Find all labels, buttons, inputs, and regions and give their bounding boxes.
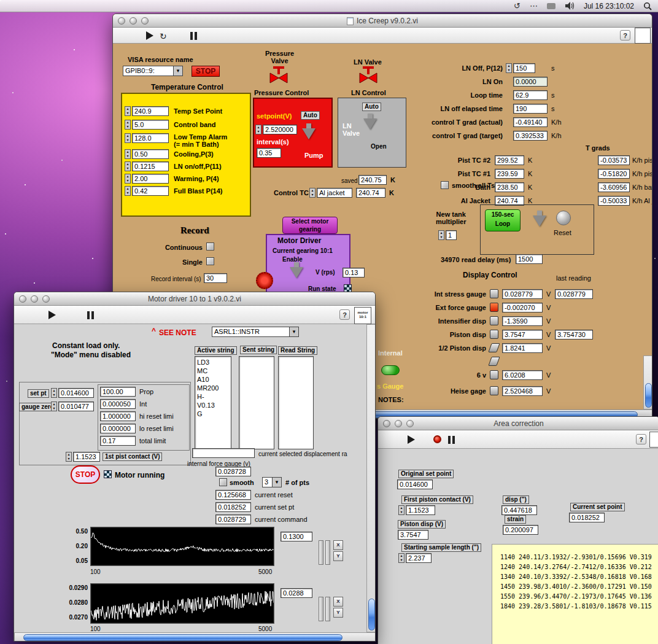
total-limit-field[interactable]: 0.17 <box>100 436 136 446</box>
contact-spinner[interactable]: ▴▾ <box>398 505 404 515</box>
gauge-zero-field[interactable]: 0.010477 <box>58 402 94 411</box>
temp-row-spinner[interactable]: ▴▾ <box>125 133 131 143</box>
setpoint-spinner[interactable]: ▴▾ <box>255 125 261 134</box>
display-toggle[interactable] <box>490 303 498 312</box>
more-icon[interactable]: ⋯ <box>530 0 538 12</box>
volume-icon[interactable] <box>565 2 575 10</box>
smooth-checkbox[interactable] <box>219 478 227 486</box>
help-button[interactable]: ? <box>620 30 630 41</box>
motor-driver-titlebar[interactable]: Motor driver 10 to 1 v9.0.2.vi <box>14 292 375 306</box>
contact-field[interactable]: 1.1523 <box>73 452 100 462</box>
run-button[interactable] <box>146 31 153 40</box>
low-temp-alarm-field[interactable]: 128.0 <box>132 133 169 143</box>
set-pt-field[interactable]: 0.014600 <box>58 388 94 398</box>
loop-knob[interactable] <box>533 215 546 227</box>
horizontal-scrollbar[interactable] <box>14 632 376 642</box>
num-pts-dropdown[interactable]: 3 <box>262 477 282 487</box>
display-toggle[interactable] <box>490 386 498 395</box>
record-button[interactable] <box>433 435 441 443</box>
ice-creep-titlebar[interactable]: Ice Creep v9.0.2.vi <box>113 14 652 28</box>
spotlight-icon[interactable] <box>643 2 652 10</box>
int-field[interactable]: 0.000050 <box>100 399 136 409</box>
display-toggle[interactable] <box>488 357 500 366</box>
read-delay-field[interactable]: 1500 <box>516 254 543 264</box>
ln-off-field[interactable]: 150 <box>513 63 535 73</box>
graph-scroll-bar[interactable] <box>325 597 330 621</box>
graph-scroll-bar[interactable] <box>319 597 323 621</box>
vertical-scrollbar[interactable] <box>366 324 376 632</box>
single-checkbox[interactable] <box>206 257 214 265</box>
stop-button[interactable]: STOP <box>192 66 220 77</box>
scrollbar-thumb[interactable] <box>23 634 343 641</box>
reset-button[interactable] <box>556 211 571 225</box>
warming-field[interactable]: 2.00 <box>132 174 169 184</box>
pause-button[interactable] <box>190 32 197 40</box>
lo-reset-field[interactable]: 0.000000 <box>100 424 136 433</box>
internal-gauge-button[interactable] <box>381 365 400 375</box>
display-toggle[interactable] <box>490 316 498 325</box>
run-button[interactable] <box>408 435 415 444</box>
pressure-auto-chip[interactable]: Auto <box>301 111 320 120</box>
first-piston-contact-field[interactable]: 1.1523 <box>406 505 435 515</box>
vertical-scrollbar[interactable] <box>643 355 652 409</box>
record-interval-field[interactable]: 30 <box>204 273 227 283</box>
control-tc-spinner[interactable]: ▴▾ <box>309 188 315 198</box>
x-scale-button[interactable]: X <box>333 597 343 607</box>
y-scale-button[interactable]: Y <box>333 551 343 561</box>
display-toggle[interactable] <box>490 289 498 298</box>
temp-row-spinner[interactable]: ▴▾ <box>125 106 131 116</box>
cooling-field[interactable]: 0.50 <box>132 149 169 159</box>
force-history-graph[interactable] <box>90 527 274 566</box>
gauge-zero-spinner[interactable]: ▴▾ <box>51 402 57 411</box>
tank-spinner[interactable]: ▴▾ <box>438 230 444 240</box>
vi-icon[interactable] <box>635 28 651 44</box>
temp-row-spinner[interactable]: ▴▾ <box>125 120 131 130</box>
continuous-checkbox[interactable] <box>206 242 214 250</box>
run-continuous-button[interactable]: ↻ <box>160 30 167 42</box>
pause-button[interactable] <box>87 311 94 319</box>
help-button[interactable]: ? <box>636 434 646 444</box>
read-string-list[interactable] <box>278 356 314 449</box>
vi-icon[interactable] <box>649 432 658 448</box>
stop-button[interactable]: STOP <box>71 465 100 484</box>
control-band-field[interactable]: 5.0 <box>132 120 169 130</box>
param-spinner[interactable]: ▴▾ <box>506 63 512 73</box>
setpoint-history-graph[interactable] <box>90 583 274 624</box>
temp-row-spinner[interactable]: ▴▾ <box>125 174 131 184</box>
displays-icon[interactable] <box>547 3 555 9</box>
x-scale-button[interactable]: X <box>333 540 343 550</box>
sent-string-list[interactable] <box>239 356 274 449</box>
visa-resource-dropdown[interactable]: GPIB0::9: <box>123 66 183 76</box>
vi-icon[interactable]: motor 10:1 <box>354 307 371 324</box>
contact-spinner[interactable]: ▴▾ <box>66 452 72 462</box>
help-button[interactable]: ? <box>339 309 350 320</box>
y-scale-button[interactable]: Y <box>333 608 343 618</box>
display-toggle[interactable] <box>490 370 498 379</box>
scrollbar-thumb[interactable] <box>645 383 652 408</box>
menu-clock[interactable]: Jul 16 23:10:02 <box>584 2 634 10</box>
length-spinner[interactable]: ▴▾ <box>398 553 404 563</box>
graph-scroll-bar[interactable] <box>319 540 323 565</box>
display-toggle[interactable] <box>490 330 498 339</box>
ln-onoff-field[interactable]: 0.1215 <box>132 161 169 171</box>
time-machine-icon[interactable]: ↺ <box>514 0 521 12</box>
setpoint-field[interactable]: 2.520000 <box>263 125 297 134</box>
set-pt-spinner[interactable]: ▴▾ <box>51 388 57 398</box>
motor-running-indicator[interactable] <box>104 470 112 478</box>
active-string-list[interactable]: LD3 MC A10 MR200 H- V0.13 G <box>195 356 231 449</box>
temp-row-spinner[interactable]: ▴▾ <box>125 161 131 171</box>
full-blast-field[interactable]: 0.42 <box>132 186 169 196</box>
graph-scroll-bar[interactable] <box>325 540 330 565</box>
tank-field[interactable]: 1 <box>446 230 457 240</box>
sample-length-field[interactable]: 2.237 <box>406 553 432 563</box>
control-tc-select[interactable]: Al jacket <box>317 188 352 198</box>
run-button[interactable] <box>48 311 56 319</box>
scrollbar-thumb[interactable] <box>368 599 375 630</box>
pause-button[interactable] <box>448 436 455 444</box>
temp-row-spinner[interactable]: ▴▾ <box>125 186 131 196</box>
temp-set-point-field[interactable]: 240.9 <box>132 106 169 116</box>
loop-button[interactable]: 150-sec Loop <box>485 209 521 231</box>
smooth-all-checkbox[interactable] <box>441 181 449 189</box>
temp-row-spinner[interactable]: ▴▾ <box>125 149 131 159</box>
prop-field[interactable]: 100.00 <box>100 387 136 397</box>
